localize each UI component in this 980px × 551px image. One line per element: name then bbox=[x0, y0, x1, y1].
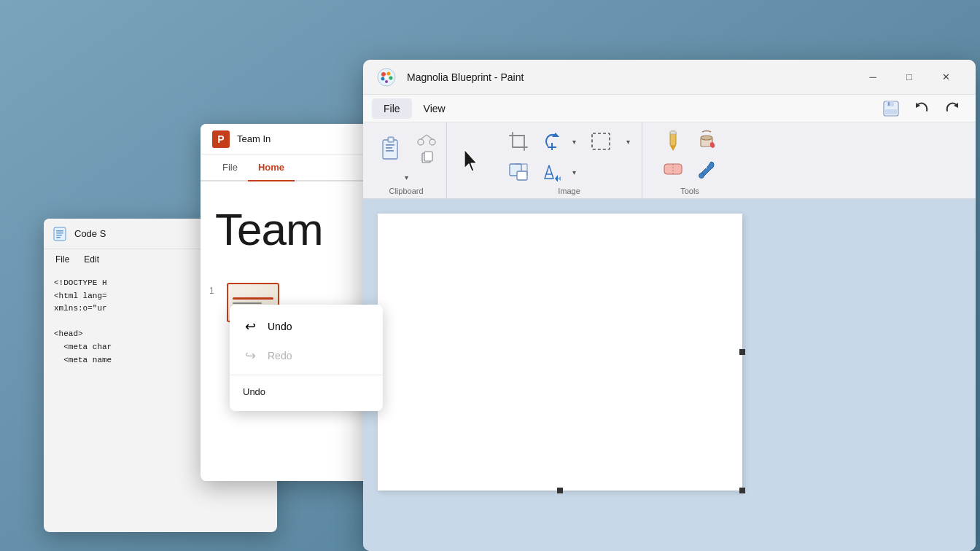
svg-rect-29 bbox=[424, 152, 432, 161]
svg-marker-30 bbox=[464, 149, 477, 171]
svg-line-27 bbox=[427, 135, 432, 139]
crop-button[interactable] bbox=[504, 128, 533, 155]
cut-copy-group bbox=[413, 130, 440, 165]
paint-menubar: File View bbox=[363, 95, 976, 122]
select-chevron[interactable]: ▾ bbox=[621, 135, 634, 148]
ribbon-image: ▾ ▾ bbox=[497, 122, 642, 198]
svg-point-7 bbox=[387, 71, 391, 75]
tools-top-row bbox=[658, 127, 721, 153]
undo-label: Undo bbox=[268, 321, 292, 332]
maximize-button[interactable]: □ bbox=[892, 66, 926, 89]
paint-menu-file[interactable]: File bbox=[372, 98, 412, 119]
notepad-menu-edit[interactable]: Edit bbox=[78, 252, 105, 267]
paste-button[interactable] bbox=[372, 129, 410, 167]
svg-line-26 bbox=[421, 135, 427, 139]
paint-titlebar: Magnolia Blueprint - Paint ─ □ ✕ bbox=[363, 60, 976, 95]
svg-marker-41 bbox=[555, 175, 558, 181]
clipboard-tools bbox=[372, 127, 440, 169]
close-button[interactable]: ✕ bbox=[929, 66, 962, 89]
slide-number: 1 bbox=[209, 283, 221, 296]
svg-rect-15 bbox=[885, 109, 897, 114]
tools-bottom-row bbox=[658, 157, 721, 181]
clipboard-chevron-row: ▾ bbox=[372, 171, 440, 184]
rotate-button[interactable] bbox=[537, 128, 567, 155]
svg-rect-20 bbox=[386, 147, 392, 149]
notepad-title: Code S bbox=[74, 228, 106, 239]
tools-row bbox=[658, 127, 721, 184]
fill-button[interactable] bbox=[537, 160, 567, 184]
svg-rect-36 bbox=[517, 171, 527, 180]
undo-button[interactable] bbox=[907, 96, 936, 121]
svg-marker-39 bbox=[545, 165, 553, 179]
copy-button[interactable] bbox=[413, 149, 440, 165]
svg-rect-34 bbox=[592, 133, 610, 149]
undo-dropdown: ↩ Undo ↪ Redo Undo bbox=[230, 305, 383, 411]
ribbon-tools: Tools bbox=[642, 122, 737, 198]
rotate-group: ▾ bbox=[537, 128, 580, 155]
redo-button[interactable] bbox=[938, 96, 967, 121]
svg-point-11 bbox=[384, 75, 389, 79]
svg-rect-21 bbox=[386, 150, 394, 152]
rotate-chevron[interactable]: ▾ bbox=[567, 135, 580, 148]
select-button[interactable] bbox=[585, 128, 617, 155]
ppt-app-icon: P bbox=[212, 130, 230, 148]
fill-bucket-button[interactable] bbox=[692, 127, 721, 153]
paint-canvas bbox=[363, 199, 976, 551]
paint-toolbar-icons bbox=[876, 96, 967, 121]
clipboard-label: Clipboard bbox=[389, 187, 423, 195]
svg-rect-1 bbox=[56, 230, 63, 232]
svg-point-9 bbox=[381, 77, 385, 80]
cursor-tool-button[interactable] bbox=[454, 142, 490, 180]
paint-win-controls: ─ □ ✕ bbox=[856, 66, 962, 89]
fill-group: ▾ bbox=[537, 160, 580, 184]
undo-icon: ↩ bbox=[243, 319, 257, 335]
image-top-row: ▾ ▾ bbox=[504, 127, 634, 155]
canvas-handle-right[interactable] bbox=[739, 349, 745, 355]
svg-point-47 bbox=[701, 136, 712, 140]
undo-dropdown-divider bbox=[230, 375, 383, 375]
undo-menu-item[interactable]: ↩ Undo bbox=[230, 312, 383, 341]
ppt-tab-file[interactable]: File bbox=[212, 155, 248, 180]
canvas-drawing-area[interactable] bbox=[378, 214, 742, 491]
paint-window: Magnolia Blueprint - Paint ─ □ ✕ File Vi… bbox=[363, 60, 976, 551]
redo-icon: ↪ bbox=[243, 348, 257, 364]
svg-rect-18 bbox=[383, 140, 397, 159]
fill-chevron[interactable]: ▾ bbox=[567, 165, 580, 179]
paint-ribbon: ▾ Clipboard bbox=[363, 122, 976, 199]
paint-menu-view[interactable]: View bbox=[412, 98, 457, 119]
clipboard-chevron[interactable]: ▾ bbox=[400, 171, 413, 184]
image-bottom-row: ▾ bbox=[504, 160, 580, 184]
svg-line-52 bbox=[704, 165, 707, 168]
ribbon-clipboard: ▾ Clipboard bbox=[366, 122, 447, 198]
minimize-button[interactable]: ─ bbox=[856, 66, 890, 89]
notepad-menu-file[interactable]: File bbox=[50, 252, 75, 267]
image-label: Image bbox=[558, 187, 580, 195]
svg-marker-42 bbox=[558, 176, 561, 181]
image-tools-row: ▾ ▾ bbox=[504, 127, 634, 184]
paint-app-icon bbox=[376, 67, 397, 87]
svg-rect-49 bbox=[664, 164, 682, 174]
eyedropper-button[interactable] bbox=[692, 157, 721, 181]
svg-rect-23 bbox=[389, 138, 392, 141]
svg-point-25 bbox=[429, 139, 435, 145]
cut-button[interactable] bbox=[413, 130, 440, 146]
svg-rect-13 bbox=[887, 101, 894, 106]
notepad-app-icon bbox=[52, 227, 67, 241]
ribbon-cursor bbox=[447, 122, 497, 198]
redo-menu-item[interactable]: ↪ Redo bbox=[230, 341, 383, 370]
canvas-handle-bottom[interactable] bbox=[557, 488, 563, 493]
eraser-button[interactable] bbox=[658, 157, 688, 181]
svg-point-24 bbox=[418, 139, 424, 145]
resize-button[interactable] bbox=[504, 160, 533, 184]
ppt-title: Team In bbox=[237, 133, 271, 144]
svg-rect-19 bbox=[386, 144, 394, 146]
svg-point-10 bbox=[385, 80, 388, 83]
svg-rect-14 bbox=[888, 102, 890, 106]
svg-rect-3 bbox=[56, 235, 62, 236]
save-button[interactable] bbox=[876, 96, 906, 121]
svg-point-51 bbox=[699, 173, 704, 179]
pencil-button[interactable] bbox=[658, 127, 688, 153]
ppt-tab-home[interactable]: Home bbox=[248, 155, 295, 180]
canvas-handle-corner[interactable] bbox=[739, 488, 745, 493]
tools-label: Tools bbox=[680, 187, 699, 195]
